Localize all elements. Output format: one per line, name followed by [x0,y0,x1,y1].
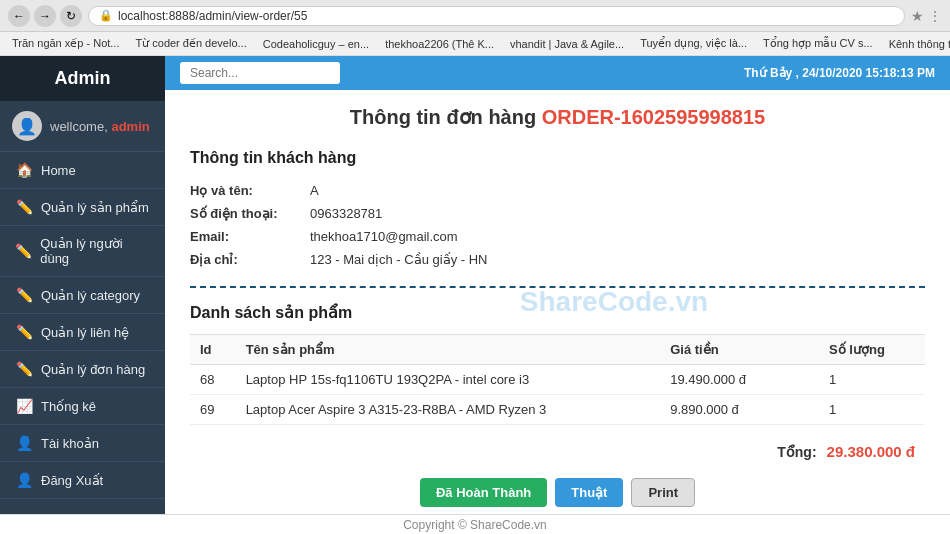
bookmark-item[interactable]: Từ coder đến develo... [131,36,250,51]
sidebar-item-account[interactable]: 👤 Tài khoản [0,425,165,462]
value-phone: 0963328781 [310,206,382,221]
product-qty-2: 1 [819,395,925,425]
sidebar-label-stats: Thống kê [41,399,96,414]
account-icon: 👤 [15,435,33,451]
total-row: Tổng: 29.380.000 đ [190,435,925,468]
sidebar-item-category[interactable]: ✏️ Quản lý category [0,277,165,314]
forward-button[interactable]: → [34,5,56,27]
sidebar-user: 👤 wellcome, admin [0,101,165,152]
bookmark-item[interactable]: thekhoa2206 (Thê K... [381,37,498,51]
sidebar-item-stats[interactable]: 📈 Thống kê [0,388,165,425]
label-name: Họ và tên: [190,183,310,198]
edit-icon-1: ✏️ [15,199,33,215]
bookmark-item[interactable]: Tuyển dụng, việc là... [636,36,751,51]
label-email: Email: [190,229,310,244]
edit-icon-2: ✏️ [15,243,32,259]
bookmark-item[interactable]: Kênh thông tin kinh... [885,37,950,51]
search-input[interactable] [180,62,340,84]
products-table: Id Tên sản phẩm Giá tiền Số lượng 68 Lap… [190,334,925,425]
customer-info-table: Họ và tên: A Số điện thoại: 0963328781 E… [190,179,925,271]
sidebar-item-users[interactable]: ✏️ Quản lý người dùng [0,226,165,277]
col-header-name: Tên sản phẩm [236,335,661,365]
nav-buttons[interactable]: ← → ↻ [8,5,82,27]
sidebar-label-products: Quản lý sản phẩm [41,200,149,215]
datetime-display: Thứ Bảy , 24/10/2020 15:18:13 PM [744,66,935,80]
sidebar-label-contact: Quản lý liên hệ [41,325,129,340]
info-row-address: Địa chỉ: 123 - Mai dịch - Cầu giấy - HN [190,248,925,271]
sidebar-nav: 🏠 Home ✏️ Quản lý sản phẩm ✏️ Quản lý ng… [0,152,165,514]
sidebar-label-home: Home [41,163,76,178]
edit-icon-5: ✏️ [15,361,33,377]
order-id: ORDER-1602595998815 [542,106,766,128]
customer-section-title: Thông tin khách hàng [190,149,925,167]
page-title: Thông tin đơn hàng ORDER-1602595998815 [190,105,925,129]
sidebar-title: Admin [0,56,165,101]
products-section-title: Danh sách sản phẩm [190,303,925,322]
info-row-email: Email: thekhoa1710@gmail.com [190,225,925,248]
logout-icon: 👤 [15,472,33,488]
lock-icon: 🔒 [99,9,113,22]
bookmark-item[interactable]: Trăn ngăn xếp - Not... [8,36,123,51]
bookmark-item[interactable]: Codeaholicguy – en... [259,37,373,51]
content-area: Thứ Bảy , 24/10/2020 15:18:13 PM ShareCo… [165,56,950,514]
info-row-phone: Số điện thoại: 0963328781 [190,202,925,225]
address-bar[interactable]: 🔒 localhost:8888/admin/view-order/55 [88,6,905,26]
product-id-1: 68 [190,365,236,395]
back-button[interactable]: ← [8,5,30,27]
sidebar-item-home[interactable]: 🏠 Home [0,152,165,189]
back-action-button[interactable]: Thuật [555,478,623,507]
product-id-2: 69 [190,395,236,425]
col-header-price: Giá tiền [660,335,819,365]
stats-icon: 📈 [15,398,33,414]
bookmarks-bar: Trăn ngăn xếp - Not...Từ coder đến devel… [0,32,950,56]
sidebar-label-logout: Đăng Xuất [41,473,103,488]
welcome-area: wellcome, admin [50,119,150,134]
home-icon: 🏠 [15,162,33,178]
avatar: 👤 [12,111,42,141]
product-name-2: Laptop Acer Aspire 3 A315-23-R8BA - AMD … [236,395,661,425]
title-text: Thông tin đơn hàng [350,106,542,128]
product-price-2: 9.890.000 đ [660,395,819,425]
browser-bar: ← → ↻ 🔒 localhost:8888/admin/view-order/… [0,0,950,32]
product-name-1: Laptop HP 15s-fq1106TU 193Q2PA - intel c… [236,365,661,395]
main-layout: Admin 👤 wellcome, admin 🏠 Home ✏️ Quản l… [0,56,950,514]
col-header-qty: Số lượng [819,335,925,365]
sidebar-label-users: Quản lý người dùng [40,236,150,266]
admin-name: admin [111,119,149,134]
completed-button[interactable]: Đã Hoàn Thành [420,478,547,507]
sidebar-item-logout[interactable]: 👤 Đăng Xuất [0,462,165,499]
value-address: 123 - Mai dịch - Cầu giấy - HN [310,252,488,267]
settings-icon[interactable]: ⋮ [928,8,942,24]
total-value: 29.380.000 đ [827,443,915,460]
label-phone: Số điện thoại: [190,206,310,221]
edit-icon-4: ✏️ [15,324,33,340]
table-row: 68 Laptop HP 15s-fq1106TU 193Q2PA - inte… [190,365,925,395]
bookmark-item[interactable]: vhandit | Java & Agile... [506,37,628,51]
action-buttons: Đã Hoàn Thành Thuật Print [190,468,925,514]
sidebar-item-products[interactable]: ✏️ Quản lý sản phẩm [0,189,165,226]
label-address: Địa chỉ: [190,252,310,267]
refresh-button[interactable]: ↻ [60,5,82,27]
product-price-1: 19.490.000 đ [660,365,819,395]
sidebar: Admin 👤 wellcome, admin 🏠 Home ✏️ Quản l… [0,56,165,514]
print-button[interactable]: Print [631,478,695,507]
url-text: localhost:8888/admin/view-order/55 [118,9,307,23]
footer-text: Copyright © ShareCode.vn [403,518,547,532]
col-header-id: Id [190,335,236,365]
sidebar-item-orders[interactable]: ✏️ Quản lý đơn hàng [0,351,165,388]
sidebar-item-contact[interactable]: ✏️ Quản lý liên hệ [0,314,165,351]
table-row: 69 Laptop Acer Aspire 3 A315-23-R8BA - A… [190,395,925,425]
top-bar: Thứ Bảy , 24/10/2020 15:18:13 PM [165,56,950,90]
edit-icon-3: ✏️ [15,287,33,303]
total-label: Tổng: [777,444,816,460]
browser-actions: ★ ⋮ [911,8,942,24]
sidebar-label-orders: Quản lý đơn hàng [41,362,145,377]
bookmark-star-icon[interactable]: ★ [911,8,924,24]
welcome-text: wellcome, [50,119,108,134]
sidebar-label-account: Tài khoản [41,436,99,451]
value-name: A [310,183,319,198]
content-inner: ShareCode.vn Thông tin đơn hàng ORDER-16… [165,90,950,514]
bookmark-item[interactable]: Tổng hợp mẫu CV s... [759,36,877,51]
footer: Copyright © ShareCode.vn [0,514,950,534]
table-header-row: Id Tên sản phẩm Giá tiền Số lượng [190,335,925,365]
